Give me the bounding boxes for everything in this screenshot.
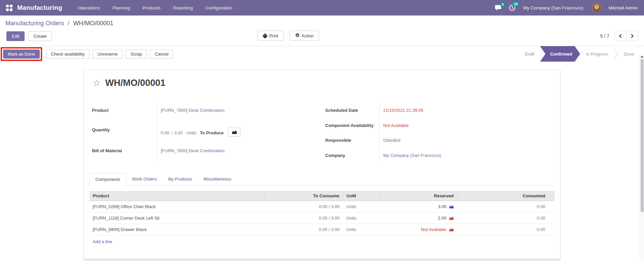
create-button[interactable]: Create <box>28 31 52 41</box>
product-value-link[interactable]: [FURN_7800] Desk Combination <box>161 108 224 113</box>
state-in-progress[interactable]: In Progress <box>581 46 613 62</box>
gear-icon <box>295 33 300 38</box>
breadcrumb-separator: / <box>68 20 69 27</box>
tab-by-products[interactable]: By-Products <box>162 173 198 185</box>
tab-miscellaneous[interactable]: Miscellaneous <box>198 173 237 185</box>
scheduled-date-value: 21/10/2021 21:39:05 <box>383 108 423 113</box>
chevron-right-icon <box>630 34 633 38</box>
printer-icon <box>263 34 267 38</box>
product-label: Product <box>92 103 157 123</box>
state-chevron-icon <box>613 47 619 61</box>
tab-components[interactable]: Components <box>89 173 126 186</box>
quantity-separator: / <box>171 130 173 136</box>
highlight-box: Mark as Done <box>1 47 42 61</box>
chevron-left-icon <box>619 34 623 38</box>
unreserve-button[interactable]: Unreserve <box>93 50 122 59</box>
menu-configuration[interactable]: Configuration <box>205 5 232 10</box>
column-product[interactable]: Product <box>89 191 264 201</box>
column-to-consume[interactable]: To Consume <box>264 191 343 201</box>
menu-planning[interactable]: Planning <box>113 5 130 10</box>
action-button[interactable]: Action <box>290 31 319 41</box>
components-table: Product To Consume UoM Reserved Consumed… <box>89 191 555 235</box>
column-reserved[interactable]: Reserved <box>380 191 457 201</box>
bom-value-link[interactable]: [FURN_7800] Desk Combination <box>161 148 224 153</box>
add-a-line-link[interactable]: Add a line <box>89 235 555 248</box>
messages-badge: 4 <box>500 2 505 7</box>
statusbar: Mark as Done Check availability Unreserv… <box>0 46 644 62</box>
menu-products[interactable]: Products <box>143 5 160 10</box>
activities-badge: 24 <box>512 2 520 6</box>
pager: 5 / 7 <box>600 31 638 41</box>
state-draft[interactable]: Draft <box>520 46 539 62</box>
breadcrumb: Manufacturing Orders / WH/MO/00001 <box>5 20 639 27</box>
responsible-value-link[interactable]: OdooBot <box>383 138 400 143</box>
component-availability-label: Component Availability <box>325 118 379 133</box>
mark-as-done-button[interactable]: Mark as Done <box>3 50 40 59</box>
state-confirmed-active[interactable]: Confirmed <box>540 46 580 62</box>
bottom-strip <box>84 258 560 261</box>
scheduled-date-label: Scheduled Date <box>325 103 379 118</box>
check-availability-button[interactable]: Check availability <box>46 50 89 59</box>
field-group-right: Scheduled Date 21/10/2021 21:39:05 Compo… <box>325 103 548 163</box>
form-sheet: ☆ WH/MO/00001 Product [FURN_7800] Desk C… <box>84 70 560 259</box>
forecast-chart-button[interactable] <box>228 128 241 137</box>
pager-previous-button[interactable] <box>615 31 626 41</box>
component-availability-value: Not Available <box>383 123 409 128</box>
scrollbar-thumb[interactable] <box>641 59 644 212</box>
field-group-left: Product [FURN_7800] Desk Combination Qua… <box>92 103 324 163</box>
favorite-star-icon[interactable]: ☆ <box>93 78 101 88</box>
vertical-scrollbar[interactable] <box>640 54 644 261</box>
notebook-tabs: Components Work Orders By-Products Misce… <box>89 173 555 186</box>
top-navbar: Manufacturing Operations Planning Produc… <box>0 0 644 15</box>
table-row[interactable]: [FURN_8900] Drawer Black 0.00 / 3.00 Uni… <box>89 224 555 235</box>
breadcrumb-parent-link[interactable]: Manufacturing Orders <box>5 20 64 27</box>
table-row[interactable]: [FURN_0269] Office Chair Black 0.00 / 3.… <box>89 201 555 213</box>
state-done[interactable]: Done <box>619 46 639 62</box>
column-consumed[interactable]: Consumed <box>457 191 555 201</box>
quantity-label: Quantity <box>92 123 157 143</box>
company-label: Company <box>325 148 379 163</box>
record-title: WH/MO/00001 <box>105 78 165 88</box>
print-button[interactable]: Print <box>257 31 284 41</box>
main-menus: Operations Planning Products Reporting C… <box>78 5 233 10</box>
status-pipeline: Draft Confirmed In Progress Done <box>520 46 639 62</box>
user-avatar[interactable] <box>592 3 601 12</box>
messages-icon[interactable]: 4 <box>495 5 501 11</box>
user-menu[interactable]: Mitchell Admin <box>609 5 638 10</box>
pager-next-button[interactable] <box>626 31 638 41</box>
apps-menu-icon[interactable] <box>6 5 12 11</box>
breadcrumb-current: WH/MO/00001 <box>73 20 113 27</box>
menu-reporting[interactable]: Reporting <box>173 5 193 10</box>
forecast-chart-icon[interactable] <box>449 227 454 232</box>
table-header-row: Product To Consume UoM Reserved Consumed <box>89 191 555 201</box>
scroll-up-arrow-icon[interactable] <box>641 56 643 58</box>
tab-work-orders[interactable]: Work Orders <box>126 173 162 185</box>
bom-label: Bill of Material <box>92 143 157 163</box>
company-switcher[interactable]: My Company (San Francisco) <box>523 5 583 10</box>
pager-counter: 5 / 7 <box>600 33 609 39</box>
app-brand[interactable]: Manufacturing <box>17 4 62 11</box>
control-panel: Manufacturing Orders / WH/MO/00001 Edit … <box>0 20 644 42</box>
cancel-button[interactable]: Cancel <box>150 50 173 59</box>
quantity-produced: 0.00 <box>161 130 169 136</box>
responsible-label: Responsible <box>325 133 379 148</box>
table-row[interactable]: [FURN_1118] Corner Desk Left Sit 0.00 / … <box>89 213 555 224</box>
edit-button[interactable]: Edit <box>6 31 25 41</box>
forecast-chart-icon[interactable] <box>449 204 454 209</box>
quantity-uom: Units <box>186 130 196 136</box>
quantity-suffix: To Produce <box>200 130 224 136</box>
scrap-button[interactable]: Scrap <box>126 50 147 59</box>
forecast-chart-icon[interactable] <box>449 216 454 220</box>
company-value-link[interactable]: My Company (San Francisco) <box>383 153 441 158</box>
menu-operations[interactable]: Operations <box>78 5 100 10</box>
activities-icon[interactable]: 24 <box>509 4 516 11</box>
quantity-total: 3.00 <box>174 130 183 136</box>
column-uom[interactable]: UoM <box>343 191 380 201</box>
